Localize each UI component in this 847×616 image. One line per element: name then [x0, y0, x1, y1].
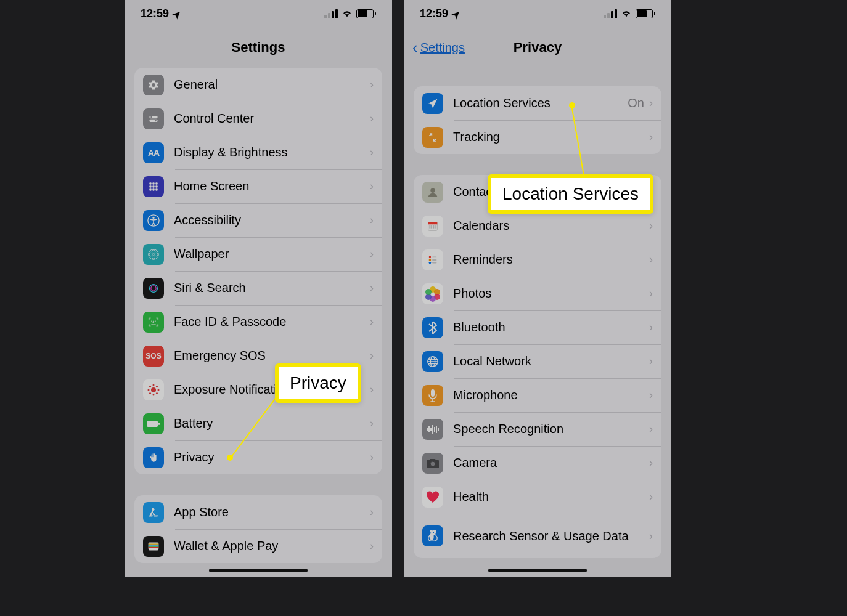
chevron-right-icon: ›	[649, 253, 653, 266]
svg-rect-45	[431, 225, 432, 227]
row-label: Location Services	[453, 96, 628, 110]
row-reminders[interactable]: Reminders›	[414, 243, 661, 277]
wallpaper-icon	[143, 244, 164, 265]
svg-point-3	[155, 120, 157, 121]
chevron-right-icon: ›	[370, 180, 374, 193]
row-label: Research Sensor & Usage Data	[453, 529, 649, 543]
control-center-icon	[143, 108, 164, 129]
home-indicator[interactable]	[209, 569, 308, 572]
row-microphone[interactable]: Microphone›	[414, 378, 661, 412]
row-label: Microphone	[453, 388, 649, 402]
back-label: Settings	[420, 41, 465, 55]
row-photos[interactable]: Photos›	[414, 277, 661, 310]
svg-point-14	[152, 216, 154, 218]
svg-rect-35	[158, 423, 160, 425]
location-indicator-icon: ➤	[449, 7, 463, 22]
svg-point-52	[429, 256, 432, 258]
row-battery[interactable]: Battery›	[134, 407, 382, 440]
privacy-list[interactable]: Location ServicesOn› Tracking› Contacts›…	[404, 68, 671, 577]
row-research[interactable]: Research Sensor & Usage Data›	[414, 514, 661, 558]
svg-rect-46	[433, 225, 434, 227]
wifi-icon	[621, 8, 632, 19]
row-contacts[interactable]: Contacts›	[414, 175, 661, 209]
speech-icon	[422, 419, 443, 440]
research-icon	[422, 525, 443, 546]
chevron-right-icon: ›	[649, 219, 653, 232]
svg-rect-6	[155, 182, 157, 184]
row-label: Tracking	[453, 130, 649, 144]
svg-rect-9	[155, 185, 157, 187]
svg-rect-12	[155, 188, 157, 190]
row-label: Calendars	[453, 219, 649, 233]
row-local-network[interactable]: Local Network›	[414, 344, 661, 378]
tracking-icon	[422, 127, 443, 148]
home-screen-icon	[143, 176, 164, 197]
chevron-right-icon: ›	[370, 315, 374, 328]
chevron-right-icon: ›	[649, 530, 653, 543]
chevron-right-icon: ›	[370, 383, 374, 396]
row-wallet[interactable]: Wallet & Apple Pay›	[134, 529, 382, 563]
row-privacy[interactable]: Privacy›	[134, 440, 382, 474]
svg-rect-4	[149, 182, 151, 184]
row-exposure[interactable]: Exposure Notifications›	[134, 373, 382, 407]
row-speech[interactable]: Speech Recognition›	[414, 412, 661, 446]
svg-rect-40	[149, 546, 159, 548]
row-health[interactable]: Health›	[414, 480, 661, 514]
chevron-right-icon: ›	[649, 97, 653, 110]
chevron-right-icon: ›	[370, 78, 374, 91]
stage: 12:59 ➤ Settings General› Control Center…	[0, 0, 847, 616]
row-control-center[interactable]: Control Center›	[134, 102, 382, 136]
status-bar: 12:59 ➤	[125, 0, 392, 27]
row-location-services[interactable]: Location ServicesOn›	[414, 86, 661, 120]
page-title: Settings	[232, 39, 285, 55]
svg-point-1	[150, 116, 152, 118]
home-indicator[interactable]	[488, 569, 587, 572]
row-tracking[interactable]: Tracking›	[414, 120, 661, 154]
row-wallpaper[interactable]: Wallpaper›	[134, 237, 382, 271]
chevron-right-icon: ›	[649, 321, 653, 334]
row-face-id[interactable]: Face ID & Passcode›	[134, 305, 382, 339]
svg-point-29	[158, 389, 160, 391]
status-left: 12:59 ➤	[420, 7, 460, 20]
row-camera[interactable]: Camera›	[414, 446, 661, 480]
svg-rect-66	[436, 426, 437, 433]
row-home-screen[interactable]: Home Screen›	[134, 169, 382, 203]
row-label: Photos	[453, 286, 649, 301]
row-label: Control Center	[174, 111, 370, 126]
row-bluetooth[interactable]: Bluetooth›	[414, 310, 661, 344]
row-label: Siri & Search	[174, 281, 370, 295]
chevron-right-icon: ›	[370, 451, 374, 464]
chevron-right-icon: ›	[370, 349, 374, 362]
svg-point-15	[149, 249, 159, 259]
status-right	[324, 8, 376, 19]
camera-icon	[422, 453, 443, 474]
row-general[interactable]: General›	[134, 68, 382, 102]
row-sos[interactable]: SOSEmergency SOS›	[134, 339, 382, 373]
row-label: Wallet & Apple Pay	[174, 539, 370, 553]
reminders-icon	[422, 249, 443, 270]
svg-rect-43	[428, 222, 438, 224]
row-label: Contacts	[453, 185, 649, 199]
row-label: Privacy	[174, 450, 370, 464]
chevron-right-icon: ›	[370, 214, 374, 227]
display-icon: AA	[143, 142, 164, 163]
row-siri[interactable]: Siri & Search›	[134, 271, 382, 305]
back-button[interactable]: ‹ Settings	[412, 39, 465, 55]
svg-rect-67	[438, 428, 439, 431]
row-app-store[interactable]: App Store›	[134, 495, 382, 529]
svg-point-32	[149, 392, 151, 394]
status-right	[604, 8, 655, 19]
row-calendars[interactable]: Calendars›	[414, 209, 661, 243]
row-accessibility[interactable]: Accessibility›	[134, 203, 382, 237]
app-store-icon	[143, 502, 164, 523]
gear-icon	[143, 75, 164, 95]
svg-point-25	[151, 387, 156, 392]
row-display[interactable]: AADisplay & Brightness›	[134, 136, 382, 169]
svg-rect-63	[430, 428, 432, 431]
svg-point-24	[155, 320, 156, 322]
cellular-icon	[324, 9, 338, 18]
settings-list[interactable]: General› Control Center› AADisplay & Bri…	[125, 68, 392, 577]
chevron-right-icon: ›	[370, 417, 374, 430]
status-time: 12:59	[141, 7, 169, 20]
photos-icon	[422, 283, 443, 304]
